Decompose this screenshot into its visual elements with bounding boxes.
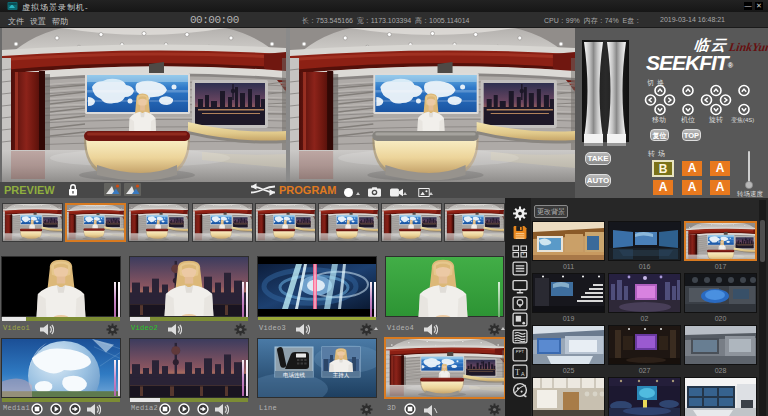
svg-text:A: A [521,371,525,377]
svg-text:电话连线: 电话连线 [283,372,306,379]
svg-text:*: * [523,252,525,258]
svg-text:PPT: PPT [516,349,525,354]
svg-text:T: T [515,368,520,377]
svg-text:主持人: 主持人 [333,372,350,379]
